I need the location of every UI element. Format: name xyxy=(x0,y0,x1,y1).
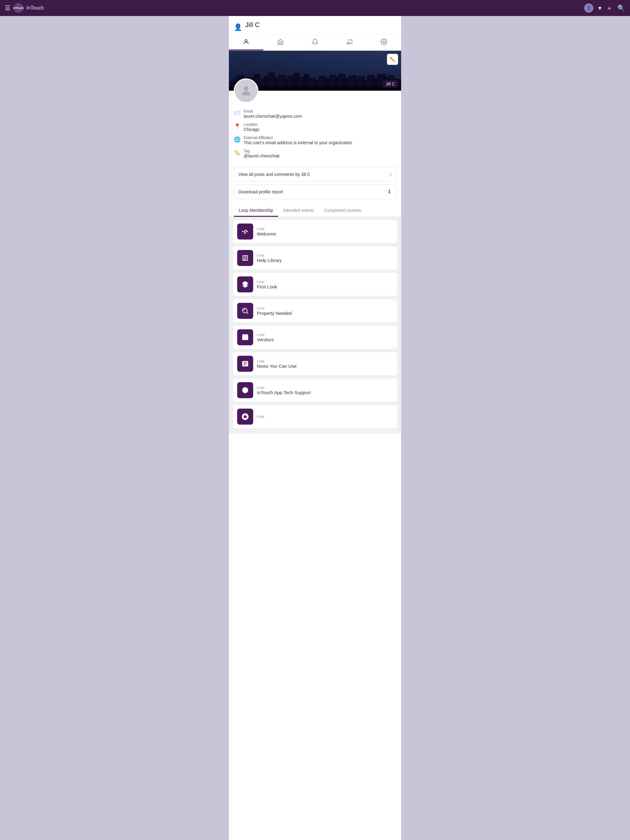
loop-icon-last xyxy=(237,409,253,425)
email-icon: ✉️ xyxy=(234,110,241,117)
tag-value: @laurel.cherochak xyxy=(244,153,280,158)
loop-item-property-needed[interactable]: Loop Property Needed xyxy=(233,299,397,323)
profile-info: ✉️ Email laurel.cherochak@yapmo.com 📍 Lo… xyxy=(229,106,401,167)
loop-icon-vendors xyxy=(237,329,253,345)
cover-name-badge: Jill C xyxy=(383,80,398,88)
loop-item-first-look[interactable]: Loop First Look xyxy=(233,272,397,297)
profile-name-heading: Jill C xyxy=(245,21,260,34)
affiliation-value: This user's email address is external to… xyxy=(244,140,352,145)
loop-text-last: Loop xyxy=(257,414,264,419)
download-report-button[interactable]: Download profile report ⬇ xyxy=(234,185,396,199)
avatar-icon: 👤 xyxy=(586,6,592,11)
tab-loop-membership-label: Loop Membership xyxy=(239,208,273,213)
nav-right: 👤 ▾ ＋ 🔍 xyxy=(584,3,625,13)
loop-text-welcome: Loop Welcome xyxy=(257,227,276,237)
loop-item-tech-support[interactable]: Loop InTouch App Tech Support xyxy=(233,378,397,402)
logo-text: InTouch xyxy=(13,6,24,9)
loop-category-last: Loop xyxy=(257,414,264,418)
loop-category-welcome: Loop xyxy=(257,227,276,231)
svg-point-39 xyxy=(242,308,247,313)
user-avatar-nav[interactable]: 👤 xyxy=(584,3,594,13)
nav-left: ☰ InTouch InTouch xyxy=(5,3,44,13)
edit-cover-button[interactable]: ✏️ xyxy=(387,54,398,65)
view-posts-label: View all posts and comments by Jill C xyxy=(238,172,310,177)
loop-category-tech-support: Loop xyxy=(257,385,311,389)
loop-category-vendors: Loop xyxy=(257,333,274,336)
search-icon[interactable]: 🔍 xyxy=(617,4,625,12)
loop-item-last[interactable]: Loop xyxy=(233,405,397,429)
tab-completed-courses-label: Completed courses xyxy=(324,208,361,213)
download-icon: ⬇ xyxy=(387,188,392,195)
loop-item-news[interactable]: Loop News You Can Use xyxy=(233,352,397,376)
loop-text-first-look: Loop First Look xyxy=(257,280,277,289)
loop-icon-first-look xyxy=(237,276,253,292)
loop-item-welcome[interactable]: Loop Welcome xyxy=(233,219,397,243)
loop-text-vendors: Loop Vendors xyxy=(257,333,274,342)
loop-name-first-look: First Look xyxy=(257,284,277,289)
loop-name-help-library: Help Library xyxy=(257,257,282,263)
email-content: Email laurel.cherochak@yapmo.com xyxy=(244,109,302,119)
profile-header: 👤 Jill C xyxy=(229,16,401,34)
loop-icon-news xyxy=(237,356,253,372)
user-avatar xyxy=(234,78,258,103)
loop-icon-help-library xyxy=(237,250,253,266)
tab-attended-events[interactable]: Attended events xyxy=(278,204,319,217)
profile-tabs xyxy=(229,34,401,51)
loop-icon-tech-support xyxy=(237,382,253,398)
tag-label: Tag xyxy=(244,149,280,153)
svg-line-40 xyxy=(247,313,248,314)
tab-feed[interactable] xyxy=(332,34,367,51)
loop-icon-property-needed xyxy=(237,303,253,319)
location-icon: 📍 xyxy=(234,123,241,130)
tab-notifications[interactable] xyxy=(298,34,332,51)
svg-point-0 xyxy=(245,39,247,42)
affiliation-label: External Affiliation xyxy=(244,136,352,140)
tab-attended-events-label: Attended events xyxy=(283,208,314,213)
add-icon[interactable]: ＋ xyxy=(606,4,613,12)
location-label: Location xyxy=(244,122,259,127)
app-logo: InTouch xyxy=(14,3,24,13)
download-label: Download profile report xyxy=(238,189,283,194)
tab-completed-courses[interactable]: Completed courses xyxy=(319,204,366,217)
membership-tabs: Loop Membership Attended events Complete… xyxy=(229,204,401,217)
loop-text-help-library: Loop Help Library xyxy=(257,253,282,263)
action-buttons: View all posts and comments by Jill C › … xyxy=(229,167,401,204)
loop-text-tech-support: Loop InTouch App Tech Support xyxy=(257,385,311,395)
loop-category-help-library: Loop xyxy=(257,253,282,257)
tab-profile[interactable] xyxy=(229,34,263,51)
loop-item-vendors[interactable]: Loop Vendors xyxy=(233,325,397,349)
email-label: Email xyxy=(244,109,302,114)
tag-icon: 🏷️ xyxy=(234,149,241,156)
top-navigation: ☰ InTouch InTouch 👤 ▾ ＋ 🔍 xyxy=(0,0,630,16)
app-title: InTouch xyxy=(27,5,44,11)
tab-settings[interactable] xyxy=(367,34,401,51)
affiliation-icon: 🌐 xyxy=(234,136,241,143)
location-content: Location Chicago xyxy=(244,122,259,132)
loop-name-news: News You Can Use xyxy=(257,363,296,369)
tab-loop-membership[interactable]: Loop Membership xyxy=(234,204,278,217)
loop-text-news: Loop News You Can Use xyxy=(257,359,296,369)
location-row: 📍 Location Chicago xyxy=(234,122,396,132)
email-value: laurel.cherochak@yapmo.com xyxy=(244,114,302,119)
email-row: ✉️ Email laurel.cherochak@yapmo.com xyxy=(234,109,396,119)
svg-point-1 xyxy=(347,44,348,44)
avatar-circle xyxy=(234,78,258,103)
svg-point-46 xyxy=(245,392,245,393)
loop-icon-welcome xyxy=(237,224,253,240)
loop-item-help-library[interactable]: Loop Help Library xyxy=(233,246,397,270)
profile-header-icon: 👤 xyxy=(234,24,242,32)
hamburger-icon[interactable]: ☰ xyxy=(5,4,11,12)
view-posts-button[interactable]: View all posts and comments by Jill C › xyxy=(234,167,396,182)
loop-category-news: Loop xyxy=(257,359,296,363)
loop-name-vendors: Vendors xyxy=(257,337,274,342)
loop-text-property-needed: Loop Property Needed xyxy=(257,306,291,316)
main-content: 👤 Jill C xyxy=(229,16,401,840)
loop-list: Loop Welcome Loop Help Library Loop Firs… xyxy=(229,217,401,434)
svg-point-38 xyxy=(244,86,249,91)
dropdown-chevron-icon[interactable]: ▾ xyxy=(598,4,602,12)
svg-point-2 xyxy=(383,41,385,43)
tab-home[interactable] xyxy=(263,34,298,51)
loop-name-property-needed: Property Needed xyxy=(257,311,291,316)
location-value: Chicago xyxy=(244,127,259,132)
loop-category-property-needed: Loop xyxy=(257,306,291,310)
